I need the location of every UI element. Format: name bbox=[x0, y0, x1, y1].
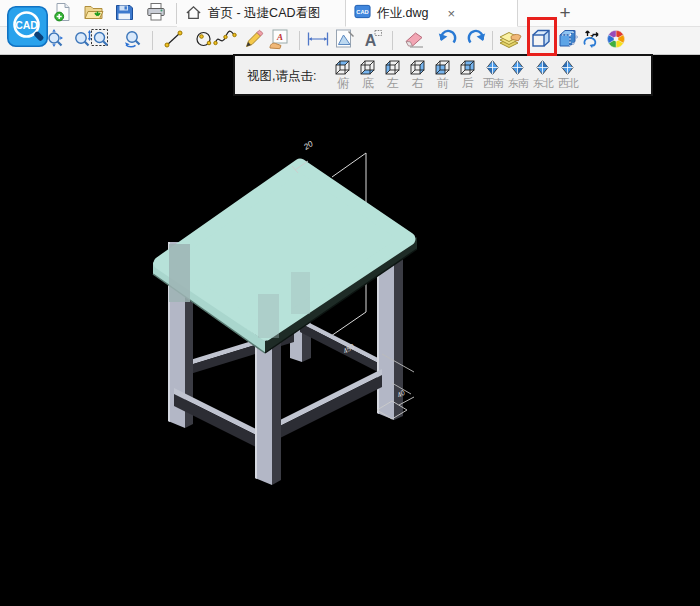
view-item-back[interactable]: 后 bbox=[455, 56, 480, 94]
iso-ne-view-icon bbox=[534, 59, 551, 76]
view-item-label: 右 bbox=[412, 76, 424, 91]
ghost-front-leg bbox=[258, 294, 279, 338]
color-wheel-button[interactable] bbox=[604, 29, 627, 52]
rotate-3d-icon: z bbox=[581, 28, 603, 54]
save-icon bbox=[115, 3, 134, 26]
line-tool-button[interactable] bbox=[162, 29, 185, 52]
svg-text:CAD: CAD bbox=[15, 19, 38, 31]
solid-style-button[interactable] bbox=[555, 29, 580, 52]
iso-nw-view-icon bbox=[559, 59, 576, 76]
tab-home-label: 首页 - 迅捷CAD看图 bbox=[208, 5, 321, 22]
view-item-left[interactable]: 左 bbox=[380, 56, 405, 94]
view-item-southwest[interactable]: 西南 bbox=[480, 56, 505, 94]
cube-bottom-view-icon bbox=[359, 59, 376, 76]
toolbar-separator bbox=[152, 31, 153, 50]
view-item-top[interactable]: 俯 bbox=[330, 56, 355, 94]
view-panel: 视图,请点击: 俯 底 左 右 前 bbox=[233, 54, 653, 96]
view-item-label: 西北 bbox=[558, 76, 578, 91]
measure-area-button[interactable] bbox=[333, 29, 356, 52]
cube-top-view-icon bbox=[334, 59, 351, 76]
zoom-previous-icon bbox=[122, 28, 144, 54]
new-tab-button[interactable]: + bbox=[553, 2, 577, 25]
rotate-3d-button[interactable]: z bbox=[580, 29, 603, 52]
view-item-label: 东南 bbox=[508, 76, 528, 91]
view-3d-cube-icon bbox=[529, 27, 552, 54]
app-logo: CAD bbox=[7, 6, 48, 47]
undo-button[interactable] bbox=[435, 29, 458, 52]
layers-icon bbox=[497, 28, 523, 54]
zoom-previous-button[interactable] bbox=[121, 29, 144, 52]
zoom-window-button[interactable] bbox=[89, 29, 112, 52]
color-wheel-icon bbox=[605, 28, 627, 54]
save-button[interactable] bbox=[114, 4, 135, 25]
measure-distance-icon bbox=[306, 28, 330, 54]
open-file-button[interactable] bbox=[83, 4, 104, 25]
svg-text:A: A bbox=[275, 32, 282, 42]
print-icon bbox=[146, 2, 166, 26]
pencil-tool-icon bbox=[243, 28, 265, 54]
cube-left-view-icon bbox=[384, 59, 401, 76]
view-item-label: 底 bbox=[362, 76, 374, 91]
cad-file-icon: CAD bbox=[354, 3, 371, 23]
print-button[interactable] bbox=[145, 4, 166, 25]
layers-button[interactable] bbox=[497, 29, 523, 52]
tab-document-label: 作业.dwg bbox=[377, 5, 428, 22]
view-3d-cube-button[interactable] bbox=[529, 29, 552, 52]
new-file-icon bbox=[53, 2, 73, 26]
view-item-front[interactable]: 前 bbox=[430, 56, 455, 94]
toolbar-separator bbox=[492, 31, 493, 50]
view-item-label: 俯 bbox=[337, 76, 349, 91]
view-item-label: 左 bbox=[387, 76, 399, 91]
open-file-icon bbox=[83, 2, 104, 26]
ghost-left-leg bbox=[169, 244, 190, 302]
circle-tool-icon bbox=[193, 28, 215, 54]
redo-button[interactable] bbox=[465, 29, 488, 52]
tab-close-button[interactable]: × bbox=[444, 7, 458, 20]
annotation-tool-icon: A bbox=[268, 28, 290, 54]
undo-icon bbox=[436, 28, 458, 54]
measure-distance-button[interactable] bbox=[306, 29, 329, 52]
spline-tool-icon bbox=[213, 28, 237, 54]
ghost-back-leg bbox=[291, 272, 310, 314]
tab-document[interactable]: CAD 作业.dwg × bbox=[345, 0, 518, 27]
view-item-right[interactable]: 右 bbox=[405, 56, 430, 94]
dim-label-top: 20 bbox=[301, 139, 315, 152]
iso-sw-view-icon bbox=[484, 59, 501, 76]
home-icon bbox=[185, 4, 202, 24]
view-item-label: 后 bbox=[462, 76, 474, 91]
line-tool-icon bbox=[163, 28, 185, 54]
view-panel-label: 视图,请点击: bbox=[235, 56, 316, 94]
titlebar: PDF 首页 - 迅捷CAD看图 CAD 作业.dwg × + bbox=[0, 0, 700, 27]
cube-right-view-icon bbox=[409, 59, 426, 76]
view-item-bottom[interactable]: 底 bbox=[355, 56, 380, 94]
new-file-button[interactable] bbox=[52, 4, 73, 25]
iso-se-view-icon bbox=[509, 59, 526, 76]
spline-tool-button[interactable] bbox=[213, 29, 236, 52]
view-item-southeast[interactable]: 东南 bbox=[505, 56, 530, 94]
text-tool-icon: A bbox=[362, 28, 384, 54]
cube-back-view-icon bbox=[459, 59, 476, 76]
toolbar: A A z bbox=[0, 27, 700, 55]
view-item-northwest[interactable]: 西北 bbox=[555, 56, 580, 94]
eraser-button[interactable] bbox=[402, 29, 425, 52]
view-panel-items: 俯 底 左 右 前 后 西 bbox=[330, 56, 580, 94]
view-item-label: 东北 bbox=[533, 76, 553, 91]
svg-text:CAD: CAD bbox=[356, 9, 368, 15]
measure-area-icon bbox=[334, 28, 356, 54]
redo-icon bbox=[466, 28, 488, 54]
text-tool-button[interactable]: A bbox=[361, 29, 384, 52]
app-window: PDF 首页 - 迅捷CAD看图 CAD 作业.dwg × + CAD bbox=[0, 0, 700, 606]
pencil-tool-button[interactable] bbox=[242, 29, 265, 52]
zoom-window-icon bbox=[90, 28, 112, 54]
annotation-tool-button[interactable]: A bbox=[267, 29, 290, 52]
view-item-northeast[interactable]: 东北 bbox=[530, 56, 555, 94]
tab-home[interactable]: 首页 - 迅捷CAD看图 bbox=[177, 0, 345, 27]
eraser-icon bbox=[402, 28, 426, 54]
toolbar-separator bbox=[392, 31, 393, 50]
view-item-label: 前 bbox=[437, 76, 449, 91]
view-item-label: 西南 bbox=[483, 76, 503, 91]
solid-style-icon bbox=[556, 27, 580, 54]
stool-3d-drawing: 20 450 40 bbox=[0, 54, 700, 606]
cad-canvas[interactable]: 20 450 40 bbox=[0, 54, 700, 606]
toolbar-separator bbox=[299, 31, 300, 50]
